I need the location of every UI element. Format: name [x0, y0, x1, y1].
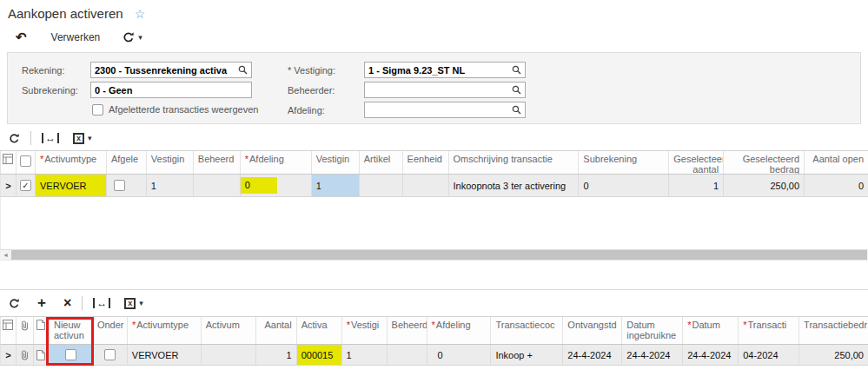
cell-aantal[interactable]: 1	[256, 345, 297, 365]
col-onder[interactable]: Onder	[93, 317, 128, 344]
subrekening-input[interactable]: 0 - Geen	[90, 82, 252, 98]
vestiging-input[interactable]: 1 - Sigma 9.23_ST NL	[364, 62, 526, 78]
grid1-export-excel-icon[interactable]: x	[73, 133, 84, 144]
onder-checkbox[interactable]	[104, 349, 116, 360]
favorite-star-icon[interactable]: ☆	[135, 7, 146, 21]
cell-ontvangstdatum[interactable]: 24-4-2024	[563, 345, 622, 365]
cell-omschrijving[interactable]: Inkoopnota 3 ter activering	[449, 175, 580, 196]
afdeling-input[interactable]	[364, 102, 526, 118]
cell-beheerder[interactable]	[194, 175, 241, 196]
cell-afdeling[interactable]: 0	[241, 175, 312, 196]
col-eenheid[interactable]: Eenheid	[403, 151, 449, 174]
col-activa[interactable]: Activa	[297, 317, 342, 344]
grid2-refresh-icon[interactable]	[9, 298, 20, 309]
beheerder-input[interactable]	[364, 82, 526, 98]
col-afdeling[interactable]: *Afdeling	[427, 317, 492, 344]
col-afdeling[interactable]: *Afdeling	[241, 151, 312, 174]
col-artikel[interactable]: Artikel	[360, 151, 403, 174]
process-button[interactable]: Verwerken	[51, 31, 101, 43]
search-icon[interactable]	[512, 105, 521, 115]
cell-artikel[interactable]	[360, 175, 403, 196]
col-transactiebedrag[interactable]: Transactiebedr	[799, 317, 868, 344]
col-datum[interactable]: *Datum	[683, 317, 739, 344]
grid1-empty-area	[0, 197, 868, 249]
nieuw-activum-checkbox[interactable]	[65, 349, 76, 360]
col-subrekening[interactable]: Subrekening	[579, 151, 669, 174]
scrollbar-left-arrow-icon[interactable]: ◄	[0, 252, 11, 258]
search-icon[interactable]	[512, 65, 521, 75]
col-aantal-open[interactable]: Aantal open	[805, 151, 868, 174]
col-transactieperiode[interactable]: *Transacti	[739, 317, 799, 344]
grid1-horizontal-scrollbar[interactable]: ◄	[0, 249, 868, 261]
col-transactiecode[interactable]: Transactiecoc	[491, 317, 563, 344]
filter-panel: Rekening: 2300 - Tussenrekening activa S…	[7, 52, 861, 124]
grid1-export-caret-icon[interactable]: ▾	[88, 134, 92, 142]
col-activumtype[interactable]: *Activumtype	[36, 151, 107, 174]
cell-activumtype[interactable]: VERVOER	[128, 345, 202, 365]
col-ontvangstdatum[interactable]: Ontvangstd	[563, 317, 622, 344]
grid2-data-row[interactable]: > VERVOER 1 000015 1 0 Inkoop + 24-4-202…	[0, 345, 868, 366]
col-vestigin2[interactable]: Vestigin	[312, 151, 360, 174]
rekening-input[interactable]: 2300 - Tussenrekening activa	[90, 62, 252, 78]
cell-vestigin2[interactable]: 1	[312, 175, 360, 196]
row-paperclip-icon[interactable]	[17, 345, 34, 365]
cell-datum-ingebruikneming[interactable]: 24-4-2024	[622, 345, 683, 365]
cell-subrekening[interactable]: 0	[579, 175, 669, 196]
col-geselecteerd-bedrag[interactable]: Geselecteerd bedrag	[724, 151, 805, 174]
cell-vestigin1[interactable]: 1	[147, 175, 194, 196]
grid2-toolbar: + × ↔ x ▾	[0, 289, 868, 317]
afgele-checkbox[interactable]	[114, 180, 125, 191]
grid2-settings-icon[interactable]	[1, 317, 17, 344]
cell-activumtype[interactable]: VERVOER	[36, 175, 107, 196]
col-nieuw-activum[interactable]: Nieuw activun	[50, 317, 93, 344]
col-datum-ingebruikneming[interactable]: Datum ingebruikne	[622, 317, 683, 344]
grid1-data-row[interactable]: > ✓ VERVOER 1 0 1 Inkoopnota 3 ter activ…	[0, 175, 868, 197]
toolbar-separator	[30, 131, 31, 145]
grid2-export-caret-icon[interactable]: ▾	[139, 299, 143, 307]
row-select-cell: ✓	[17, 175, 36, 196]
row-select-checkbox[interactable]: ✓	[20, 180, 31, 191]
col-vestigin1[interactable]: Vestigin	[147, 151, 194, 174]
scrollbar-thumb[interactable]	[11, 250, 867, 260]
grid1-refresh-icon[interactable]	[9, 133, 20, 144]
cell-transactieperiode[interactable]: 04-2024	[739, 345, 799, 365]
search-icon[interactable]	[238, 65, 248, 75]
col-activumtype[interactable]: *Activumtype	[128, 317, 202, 344]
col-omschrijving[interactable]: Omschrijving transactie	[449, 151, 580, 174]
delete-row-icon[interactable]: ×	[63, 297, 71, 309]
col-afgele[interactable]: Afgele	[107, 151, 147, 174]
add-row-icon[interactable]: +	[37, 297, 46, 309]
grid1-settings-icon[interactable]	[1, 151, 17, 174]
cell-beheerder[interactable]	[388, 345, 427, 365]
grid2-export-excel-icon[interactable]: x	[124, 298, 136, 309]
col-activum[interactable]: Activum	[202, 317, 256, 344]
cell-datum[interactable]: 24-4-2024	[683, 345, 739, 365]
cell-activa[interactable]: 000015	[297, 345, 342, 365]
col-beheerder[interactable]: Beheerd	[388, 317, 427, 344]
vestiging-label: * Vestiging:	[288, 65, 364, 76]
reload-dropdown-caret-icon[interactable]: ▾	[138, 33, 142, 42]
afgeletterde-checkbox[interactable]	[92, 104, 103, 116]
cell-afdeling[interactable]: 0	[427, 345, 492, 365]
grid2-fit-width-icon[interactable]: ↔	[93, 298, 110, 308]
cell-transactiecode[interactable]: Inkoop +	[491, 345, 563, 365]
cell-aantal-open[interactable]: 0	[805, 175, 868, 196]
col-aantal[interactable]: Aantal	[256, 317, 297, 344]
col-vestiging[interactable]: *Vestigi	[342, 317, 388, 344]
search-icon[interactable]	[512, 85, 521, 95]
required-asterisk: *	[288, 65, 291, 76]
row-note-icon[interactable]	[34, 345, 50, 365]
cell-eenheid[interactable]	[403, 175, 449, 196]
page-title: Aankopen activeren	[8, 6, 123, 21]
cell-vestiging[interactable]: 1	[342, 345, 388, 365]
col-beheerder[interactable]: Beheerd	[194, 151, 241, 174]
cell-activum[interactable]	[202, 345, 256, 365]
cell-geselecteerd-bedrag[interactable]: 250,00	[724, 175, 805, 196]
reload-icon[interactable]	[123, 31, 135, 43]
grid1-fit-width-icon[interactable]: ↔	[42, 133, 59, 143]
undo-icon[interactable]: ↶	[16, 30, 27, 45]
col-geselecteerd-aantal[interactable]: Geselecteerd aantal	[669, 151, 724, 174]
cell-transactiebedrag[interactable]: 250,00	[799, 345, 868, 365]
select-all-checkbox[interactable]	[20, 155, 31, 167]
cell-geselecteerd-aantal[interactable]: 1	[669, 175, 724, 196]
